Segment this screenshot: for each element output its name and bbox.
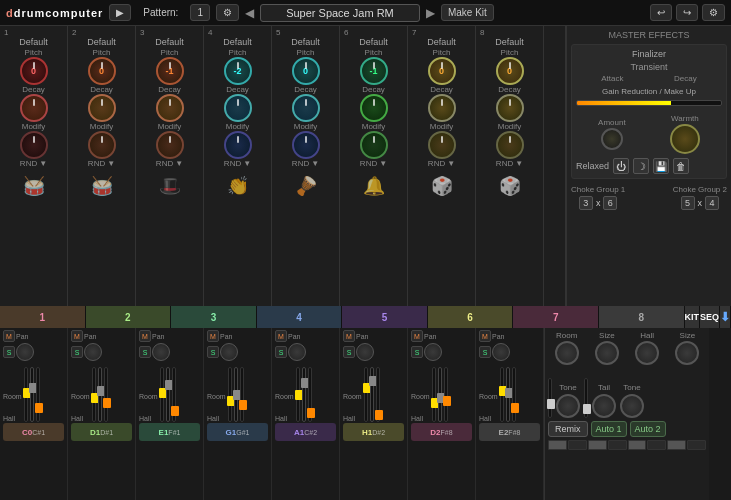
pitch-knob-5[interactable]: 0	[292, 57, 320, 85]
modify-knob-7[interactable]	[428, 131, 456, 159]
rnd-row-5[interactable]: RND ▼	[292, 159, 319, 168]
note-btn-8[interactable]: E2F#8	[479, 423, 540, 441]
rnd-dropdown-8[interactable]: ▼	[515, 159, 523, 168]
solo-btn-2[interactable]: S	[71, 346, 83, 358]
tab-channel-3[interactable]: 3	[171, 306, 257, 328]
rnd-row-8[interactable]: RND ▼	[496, 159, 523, 168]
main-fader-3[interactable]	[166, 367, 170, 422]
solo-btn-7[interactable]: S	[411, 346, 423, 358]
decay-knob-6[interactable]	[360, 94, 388, 122]
hall-fader-8[interactable]	[512, 367, 516, 422]
seq-cell-3[interactable]	[588, 440, 607, 450]
room-fader-3[interactable]	[160, 367, 164, 422]
trash-icon[interactable]: 🗑	[673, 158, 689, 174]
solo-btn-8[interactable]: S	[479, 346, 491, 358]
room-fader-5[interactable]	[296, 367, 300, 422]
note-btn-4[interactable]: G1G#1	[207, 423, 268, 441]
rnd-dropdown-7[interactable]: ▼	[447, 159, 455, 168]
mute-btn-8[interactable]: M	[479, 330, 491, 342]
pan-knob-5[interactable]	[288, 343, 306, 361]
tone-knob-2[interactable]	[620, 394, 644, 418]
pitch-knob-8[interactable]: 0	[496, 57, 524, 85]
decay-knob-7[interactable]	[428, 94, 456, 122]
room-fader-8[interactable]	[500, 367, 504, 422]
auto1-button[interactable]: Auto 1	[591, 421, 627, 437]
pitch-knob-7[interactable]: 0	[428, 57, 456, 85]
hall-fader-3[interactable]	[172, 367, 176, 422]
room-fader-1[interactable]	[24, 367, 28, 422]
mute-btn-6[interactable]: M	[343, 330, 355, 342]
note-btn-3[interactable]: E1F#1	[139, 423, 200, 441]
mute-btn-4[interactable]: M	[207, 330, 219, 342]
pan-knob-3[interactable]	[152, 343, 170, 361]
hall-fader-2[interactable]	[104, 367, 108, 422]
mute-btn-2[interactable]: M	[71, 330, 83, 342]
note-btn-6[interactable]: H1D#2	[343, 423, 404, 441]
hall-fader-7[interactable]	[444, 367, 448, 422]
choke-num-1a[interactable]: 3	[579, 196, 593, 210]
modify-knob-6[interactable]	[360, 131, 388, 159]
rnd-dropdown-6[interactable]: ▼	[379, 159, 387, 168]
solo-btn-1[interactable]: S	[3, 346, 15, 358]
seq-cell-6[interactable]	[647, 440, 666, 450]
mute-btn-3[interactable]: M	[139, 330, 151, 342]
room-fader-2[interactable]	[92, 367, 96, 422]
modify-knob-5[interactable]	[292, 131, 320, 159]
rnd-dropdown-3[interactable]: ▼	[175, 159, 183, 168]
pan-knob-2[interactable]	[84, 343, 102, 361]
pitch-knob-4[interactable]: -2	[224, 57, 252, 85]
size-knob-1[interactable]	[595, 341, 619, 365]
undo-button[interactable]: ↩	[650, 4, 672, 21]
tab-download[interactable]: ⬇	[720, 306, 731, 328]
room-fader-6[interactable]	[364, 367, 368, 422]
modify-knob-3[interactable]	[156, 131, 184, 159]
decay-knob-5[interactable]	[292, 94, 320, 122]
make-kit-button[interactable]: Make Kit	[441, 4, 494, 21]
rnd-row-7[interactable]: RND ▼	[428, 159, 455, 168]
solo-btn-5[interactable]: S	[275, 346, 287, 358]
seq-cell-2[interactable]	[568, 440, 587, 450]
gear-button[interactable]: ⚙	[702, 4, 725, 21]
solo-btn-3[interactable]: S	[139, 346, 151, 358]
rnd-row-6[interactable]: RND ▼	[360, 159, 387, 168]
pitch-knob-1[interactable]: 0	[20, 57, 48, 85]
amount-knob[interactable]	[601, 128, 623, 150]
seq-cell-4[interactable]	[608, 440, 627, 450]
pan-knob-1[interactable]	[16, 343, 34, 361]
note-btn-1[interactable]: C0C#1	[3, 423, 64, 441]
pattern-number[interactable]: 1	[190, 4, 210, 21]
seq-cell-8[interactable]	[687, 440, 706, 450]
pan-knob-8[interactable]	[492, 343, 510, 361]
choke-num-2a[interactable]: 5	[681, 196, 695, 210]
seq-cell-7[interactable]	[667, 440, 686, 450]
main-fader-5[interactable]	[302, 367, 306, 422]
room-fader-4[interactable]	[228, 367, 232, 422]
decay-knob-3[interactable]	[156, 94, 184, 122]
tab-kit[interactable]: KIT	[685, 306, 701, 328]
tab-channel-1[interactable]: 1	[0, 306, 86, 328]
tab-channel-4[interactable]: 4	[257, 306, 343, 328]
hall-fader-4[interactable]	[240, 367, 244, 422]
pitch-knob-3[interactable]: -1	[156, 57, 184, 85]
decay-knob-8[interactable]	[496, 94, 524, 122]
hall-fader-1[interactable]	[36, 367, 40, 422]
warmth-knob[interactable]	[670, 124, 700, 154]
pan-knob-7[interactable]	[424, 343, 442, 361]
mute-btn-5[interactable]: M	[275, 330, 287, 342]
decay-knob-2[interactable]	[88, 94, 116, 122]
note-btn-2[interactable]: D1D#1	[71, 423, 132, 441]
rnd-row-3[interactable]: RND ▼	[156, 159, 183, 168]
hall-fader-6[interactable]	[376, 367, 380, 422]
seq-cell-5[interactable]	[628, 440, 647, 450]
choke-num-2b[interactable]: 4	[705, 196, 719, 210]
nav-right-icon[interactable]: ▶	[426, 6, 435, 20]
moon-icon[interactable]: ☽	[633, 158, 649, 174]
modify-knob-8[interactable]	[496, 131, 524, 159]
tab-seq[interactable]: SEQ	[700, 306, 720, 328]
mute-btn-7[interactable]: M	[411, 330, 423, 342]
tab-channel-8[interactable]: 8	[599, 306, 685, 328]
choke-num-1b[interactable]: 6	[603, 196, 617, 210]
note-btn-5[interactable]: A1C#2	[275, 423, 336, 441]
main-fader-2[interactable]	[98, 367, 102, 422]
main-fader-7[interactable]	[438, 367, 442, 422]
